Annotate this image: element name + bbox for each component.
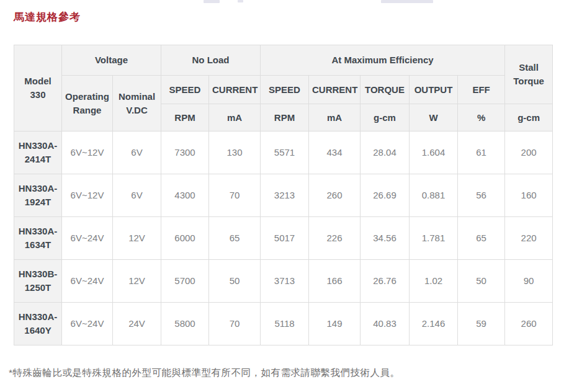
cell-output: 1.02 <box>410 260 458 303</box>
unit-stall-gcm: g-cm <box>505 104 553 131</box>
motor-spec-table: Model 330 Voltage No Load At Maximum Eff… <box>14 45 553 345</box>
cell-eff: 65 <box>458 217 505 260</box>
cropped-content-fragment <box>381 0 433 3</box>
subheader-nominal-vdc: Nominal V.DC <box>113 76 161 131</box>
model-cell: HN330A-1640Y <box>14 303 62 345</box>
unit-maxeff-ma: mA <box>309 104 361 131</box>
table-row: HN330A-1640Y 6V~24V 24V 5800 70 5118 149… <box>14 303 553 345</box>
table-row: HN330A-1924T 6V~12V 6V 4300 70 3213 260 … <box>14 174 553 217</box>
cell-torque: 34.56 <box>361 217 410 260</box>
unit-noload-rpm: RPM <box>161 104 209 131</box>
unit-maxeff-rpm: RPM <box>261 104 309 131</box>
unit-output-w: W <box>410 104 458 131</box>
cell-torque: 40.83 <box>361 303 410 345</box>
model-cell: HN330A-2414T <box>14 131 62 174</box>
cell-stall-torque: 160 <box>505 174 553 217</box>
cell-max-eff-speed: 5017 <box>261 217 309 260</box>
cell-operating-range: 6V~12V <box>62 174 113 217</box>
subheader-operating-range: Operating Range <box>62 76 113 131</box>
cell-stall-torque: 200 <box>505 131 553 174</box>
page-title: 馬達規格參考 <box>14 11 569 24</box>
cell-eff: 56 <box>458 174 505 217</box>
cell-output: 1.604 <box>410 131 458 174</box>
subheader-output: OUTPUT <box>410 76 458 104</box>
cell-no-load-speed: 7300 <box>161 131 209 174</box>
cell-torque: 26.69 <box>361 174 410 217</box>
cell-operating-range: 6V~24V <box>62 217 113 260</box>
cell-no-load-current: 130 <box>209 131 261 174</box>
cell-no-load-speed: 5800 <box>161 303 209 345</box>
cell-no-load-current: 65 <box>209 217 261 260</box>
cell-output: 1.781 <box>410 217 458 260</box>
table-row: HN330B-1250T 6V~24V 12V 5700 50 3713 166… <box>14 260 553 303</box>
cell-torque: 26.76 <box>361 260 410 303</box>
cell-nominal-vdc: 6V <box>113 131 161 174</box>
table-row: HN330A-1634T 6V~24V 12V 6000 65 5017 226… <box>14 217 553 260</box>
cell-nominal-vdc: 24V <box>113 303 161 345</box>
cell-max-eff-speed: 5571 <box>261 131 309 174</box>
model-cell: HN330B-1250T <box>14 260 62 303</box>
cell-eff: 59 <box>458 303 505 345</box>
cell-no-load-speed: 6000 <box>161 217 209 260</box>
cell-output: 0.881 <box>410 174 458 217</box>
model-cell: HN330A-1924T <box>14 174 62 217</box>
cell-output: 2.146 <box>410 303 458 345</box>
cell-nominal-vdc: 12V <box>113 217 161 260</box>
cell-no-load-current: 70 <box>209 303 261 345</box>
subheader-torque: TORQUE <box>361 76 410 104</box>
cell-no-load-speed: 4300 <box>161 174 209 217</box>
subheader-eff: EFF <box>458 76 505 104</box>
model-cell: HN330A-1634T <box>14 217 62 260</box>
unit-eff-percent: % <box>458 104 505 131</box>
cropped-content-fragment <box>204 0 220 3</box>
cell-max-eff-speed: 5118 <box>261 303 309 345</box>
table-row: HN330A-2414T 6V~12V 6V 7300 130 5571 434… <box>14 131 553 174</box>
unit-torque-gcm: g-cm <box>361 104 410 131</box>
col-header-model: Model 330 <box>14 45 62 131</box>
cell-no-load-current: 50 <box>209 260 261 303</box>
cell-max-eff-current: 226 <box>309 217 361 260</box>
cell-nominal-vdc: 12V <box>113 260 161 303</box>
cell-torque: 28.04 <box>361 131 410 174</box>
cell-stall-torque: 90 <box>505 260 553 303</box>
group-header-no-load: No Load <box>161 45 261 76</box>
group-header-voltage: Voltage <box>62 45 161 76</box>
cell-eff: 61 <box>458 131 505 174</box>
cell-no-load-current: 70 <box>209 174 261 217</box>
cell-operating-range: 6V~24V <box>62 303 113 345</box>
cell-max-eff-current: 434 <box>309 131 361 174</box>
cell-max-eff-current: 260 <box>309 174 361 217</box>
cell-no-load-speed: 5700 <box>161 260 209 303</box>
subheader-noload-speed: SPEED <box>161 76 209 104</box>
cell-max-eff-current: 166 <box>309 260 361 303</box>
spec-footnote: *特殊齒輪比或是特殊規格的外型可能與標準型有所不同，如有需求請聯繫我們技術人員。 <box>9 367 569 380</box>
subheader-noload-current: CURRENT <box>209 76 261 104</box>
cell-stall-torque: 220 <box>505 217 553 260</box>
group-header-stall-torque: Stall Torque <box>505 45 553 104</box>
group-header-max-efficiency: At Maximum Efficiency <box>261 45 505 76</box>
cell-max-eff-speed: 3713 <box>261 260 309 303</box>
cell-operating-range: 6V~12V <box>62 131 113 174</box>
cropped-content-fragment <box>238 0 243 2</box>
unit-noload-ma: mA <box>209 104 261 131</box>
cell-nominal-vdc: 6V <box>113 174 161 217</box>
cell-max-eff-speed: 3213 <box>261 174 309 217</box>
cell-eff: 50 <box>458 260 505 303</box>
subheader-maxeff-speed: SPEED <box>261 76 309 104</box>
cell-max-eff-current: 149 <box>309 303 361 345</box>
subheader-maxeff-current: CURRENT <box>309 76 361 104</box>
cell-stall-torque: 260 <box>505 303 553 345</box>
cell-operating-range: 6V~24V <box>62 260 113 303</box>
